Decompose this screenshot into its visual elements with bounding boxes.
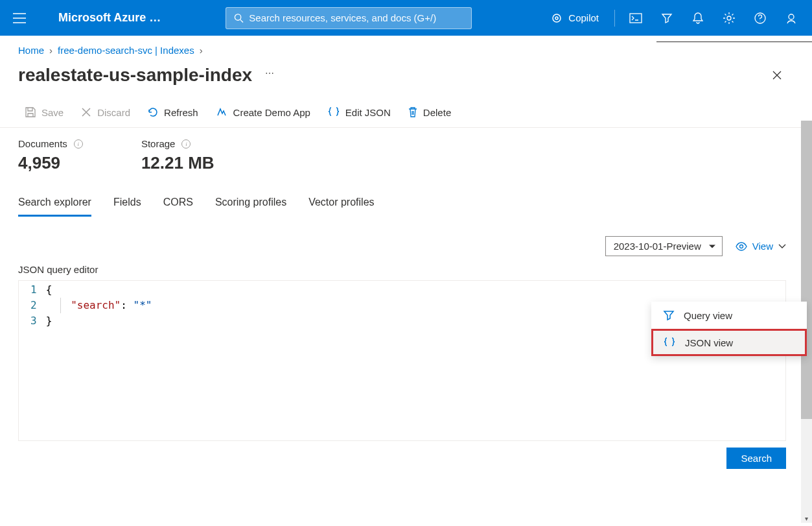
line-numbers: 123: [19, 281, 46, 440]
cloud-shell-icon[interactable]: [621, 5, 650, 31]
divider: [614, 10, 615, 27]
search-button-row: Search: [0, 441, 812, 469]
save-icon: [25, 106, 36, 118]
topbar: Microsoft Azure … Copilot: [0, 0, 812, 36]
hamburger-menu-icon[interactable]: [6, 13, 32, 23]
view-icon: [736, 242, 747, 251]
svg-point-6: [789, 14, 794, 19]
storage-value: 12.21 MB: [141, 153, 215, 173]
filter-icon: [663, 309, 675, 321]
info-icon[interactable]: i: [74, 139, 83, 149]
refresh-icon: [147, 106, 159, 118]
view-option-query[interactable]: Query view: [651, 302, 807, 329]
help-icon[interactable]: [746, 5, 774, 31]
api-version-select[interactable]: 2023-10-01-Preview: [605, 236, 723, 256]
view-dropdown-button[interactable]: View: [736, 241, 786, 252]
create-demo-icon: [215, 106, 228, 118]
delete-button[interactable]: Delete: [401, 104, 458, 121]
breadcrumb-home[interactable]: Home: [18, 45, 44, 56]
header-divider: [656, 42, 812, 42]
brand-label[interactable]: Microsoft Azure …: [32, 11, 174, 25]
breadcrumb-service[interactable]: free-demo-search-svc | Indexes: [58, 45, 194, 56]
global-search-input[interactable]: [249, 12, 463, 23]
svg-point-4: [727, 16, 731, 20]
svg-rect-3: [630, 14, 642, 23]
breadcrumb: Home › free-demo-search-svc | Indexes ›: [0, 36, 812, 60]
refresh-button[interactable]: Refresh: [141, 104, 205, 121]
editor-label: JSON query editor: [0, 261, 812, 278]
command-bar: Save Discard Refresh Create Demo App Edi…: [0, 99, 812, 128]
stat-storage: Storagei 12.21 MB: [141, 138, 215, 173]
svg-point-2: [555, 17, 558, 19]
delete-icon: [408, 106, 418, 118]
scrollbar-thumb[interactable]: [801, 121, 812, 419]
view-dropdown-menu: Query view JSON view: [651, 302, 807, 356]
topbar-right: Copilot: [541, 5, 806, 31]
more-actions-button[interactable]: ⋯: [265, 68, 275, 82]
tab-fields[interactable]: Fields: [113, 193, 141, 217]
tabs: Search explorer Fields CORS Scoring prof…: [0, 180, 812, 217]
controls-row: 2023-10-01-Preview View: [0, 217, 812, 261]
feedback-icon[interactable]: [777, 5, 806, 31]
braces-icon: [663, 337, 676, 348]
global-search-box[interactable]: [226, 7, 472, 29]
copilot-icon: [550, 12, 563, 25]
stat-documents: Documentsi 4,959: [18, 138, 83, 173]
search-button[interactable]: Search: [726, 448, 786, 469]
edit-json-button[interactable]: Edit JSON: [321, 104, 397, 121]
scroll-down-icon[interactable]: ▾: [802, 515, 811, 523]
notifications-icon[interactable]: [684, 5, 712, 31]
chevron-down-icon: [778, 244, 786, 249]
view-option-json[interactable]: JSON view: [651, 329, 807, 356]
save-button[interactable]: Save: [18, 104, 70, 121]
settings-icon[interactable]: [715, 5, 743, 31]
close-button[interactable]: [767, 67, 787, 83]
tab-search-explorer[interactable]: Search explorer: [18, 193, 91, 217]
discard-icon: [80, 106, 92, 118]
chevron-right-icon: ›: [200, 45, 203, 56]
tab-vector-profiles[interactable]: Vector profiles: [308, 193, 374, 217]
svg-point-1: [553, 14, 561, 22]
search-icon: [234, 13, 244, 23]
info-icon[interactable]: i: [181, 139, 191, 149]
filter-icon[interactable]: [653, 5, 681, 31]
create-demo-app-button[interactable]: Create Demo App: [209, 104, 317, 121]
braces-icon: [327, 106, 340, 118]
tab-scoring-profiles[interactable]: Scoring profiles: [215, 193, 286, 217]
copilot-button[interactable]: Copilot: [541, 7, 608, 29]
svg-point-7: [739, 245, 743, 248]
discard-button[interactable]: Discard: [74, 104, 137, 121]
svg-point-0: [235, 14, 241, 19]
page-header: realestate-us-sample-index ⋯: [0, 60, 812, 99]
chevron-right-icon: ›: [49, 45, 52, 56]
documents-value: 4,959: [18, 153, 83, 173]
tab-cors[interactable]: CORS: [163, 193, 193, 217]
stats-row: Documentsi 4,959 Storagei 12.21 MB: [0, 128, 812, 180]
page-title: realestate-us-sample-index: [18, 65, 252, 86]
